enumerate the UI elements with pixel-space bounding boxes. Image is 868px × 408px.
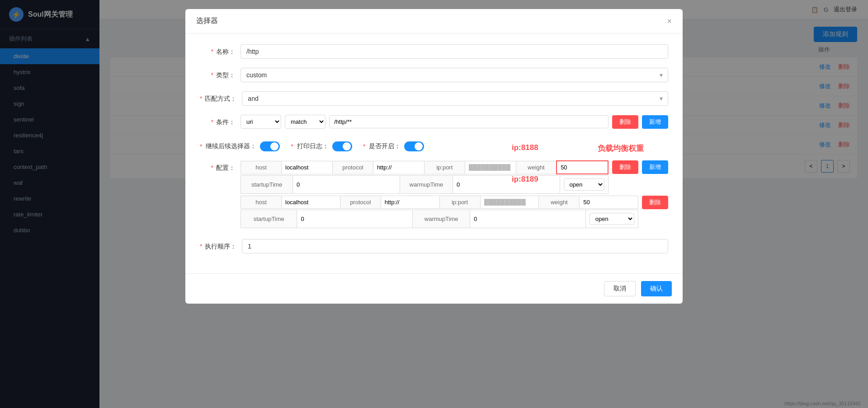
add-config-row-button[interactable]: 新增 [642,160,668,174]
modal-overlay: 选择器 × * 名称： * 类型： [0,0,868,408]
config-content: host protocol ip:port weight [241,160,668,230]
config-row2-actions: 删除 [642,196,668,209]
match-mode-row: * 匹配方式： and or [200,91,668,106]
type-select[interactable]: custom full [241,68,668,82]
protocol-value-2[interactable] [381,196,439,209]
name-field-content [241,44,668,59]
ip-port-input-1[interactable] [469,164,512,171]
condition-input-row: uri header match = regex 删除 新增 [241,115,668,129]
match-mode-select[interactable]: and or [242,91,668,106]
condition-add-button[interactable]: 新增 [642,115,668,129]
name-input[interactable] [241,44,668,59]
delete-config-row1-button[interactable]: 删除 [612,160,638,174]
weight-label-1: weight [516,161,557,174]
config-table-row2b: startupTime warmupTime open [241,210,638,228]
modal-footer: 取消 确认 [185,273,683,304]
startup-input-1[interactable] [297,181,396,188]
continue-selector-toggle[interactable] [260,141,280,151]
weight-value-2[interactable] [580,196,638,209]
is-open-toggle[interactable] [404,141,424,151]
protocol-label-2: protocol [340,196,381,209]
name-field-row: * 名称： [200,44,668,59]
condition-uri-select[interactable]: uri header [241,115,281,129]
toggles-row: * 继续后续选择器： * 打印日志： * 是否开启： [200,141,668,151]
warmup-label-1: warmupTime [400,176,453,194]
delete-config-row2-button[interactable]: 删除 [642,196,668,209]
config-row1-actions: 删除 新增 [612,160,668,174]
type-field-content: custom full [241,68,668,82]
ip-port-value-2[interactable] [480,196,539,209]
continue-selector-toggle-item: * 继续后续选择器： [200,141,280,151]
config-row: * 配置： host p [200,160,668,230]
warmup-input-2[interactable] [474,216,582,222]
name-label: * 名称： [200,44,241,56]
protocol-input-1[interactable] [377,164,420,171]
modal-close-button[interactable]: × [667,17,672,25]
condition-content: uri header match = regex 删除 新增 [241,115,668,132]
confirm-button[interactable]: 确认 [641,281,672,296]
config-table-row2: host protocol ip:port weight [241,196,638,209]
host-input-2[interactable] [285,199,336,206]
ip-port-label-1: ip:port [424,161,465,174]
condition-row: * 条件： uri header match = regex [200,115,668,132]
startup-value-2[interactable] [297,210,413,228]
startup-label-1: startupTime [241,176,293,194]
protocol-value-1[interactable] [373,161,424,174]
condition-delete-button[interactable]: 删除 [612,115,638,129]
modal-body: * 名称： * 类型： custom full [185,33,683,273]
weight-label-2: weight [539,196,580,209]
condition-match-select[interactable]: match = regex [285,115,326,129]
host-value-1[interactable] [282,161,333,174]
match-mode-label: * 匹配方式： [200,91,242,103]
host-label-2: host [241,196,282,209]
print-log-label: 打印日志： [297,142,329,150]
startup-input-2[interactable] [301,216,409,222]
exec-order-row: * 执行顺序： [200,239,668,253]
weight-input-2[interactable] [583,199,634,206]
exec-order-label: * 执行顺序： [200,239,242,251]
exec-order-input[interactable] [242,239,668,253]
weight-input-1[interactable] [561,164,604,171]
warmup-value-1[interactable] [453,176,560,194]
toggle-group: * 继续后续选择器： * 打印日志： * 是否开启： [200,141,424,151]
startup-value-1[interactable] [293,176,400,194]
cancel-button[interactable]: 取消 [604,281,636,296]
condition-label: * 条件： [200,115,241,127]
type-field-row: * 类型： custom full [200,68,668,82]
config-label: * 配置： [200,160,241,172]
warmup-value-2[interactable] [470,210,586,228]
open-select-1[interactable]: open [564,178,604,191]
is-open-label: 是否开启： [369,142,401,150]
warmup-label-2: warmupTime [413,210,470,228]
host-input-1[interactable] [285,164,329,171]
protocol-label-1: protocol [332,161,373,174]
modal-title: 选择器 [196,16,218,26]
exec-order-content [242,239,668,253]
selector-modal: 选择器 × * 名称： * 类型： [185,9,683,304]
type-label: * 类型： [200,68,241,80]
match-mode-content: and or [242,91,668,106]
startup-label-2: startupTime [241,210,297,228]
is-open-toggle-item: * 是否开启： [363,141,424,151]
ip-port-input-2[interactable] [484,199,535,206]
open-select-2[interactable]: open [590,213,634,225]
weight-value-1[interactable] [557,161,608,174]
condition-value-input[interactable] [329,115,609,128]
print-log-toggle-item: * 打印日志： [291,141,352,151]
warmup-input-1[interactable] [457,181,556,188]
protocol-input-2[interactable] [385,199,436,206]
continue-selector-label: 继续后续选择器： [206,142,256,150]
host-value-2[interactable] [282,196,340,209]
print-log-toggle[interactable] [332,141,352,151]
config-table-row1b: startupTime warmupTime open [241,175,609,194]
modal-header: 选择器 × [185,9,683,33]
host-label-1: host [241,161,282,174]
ip-port-label-2: ip:port [439,196,480,209]
config-table-row1: host protocol ip:port weight [241,160,609,174]
ip-port-value-1[interactable] [465,161,516,174]
